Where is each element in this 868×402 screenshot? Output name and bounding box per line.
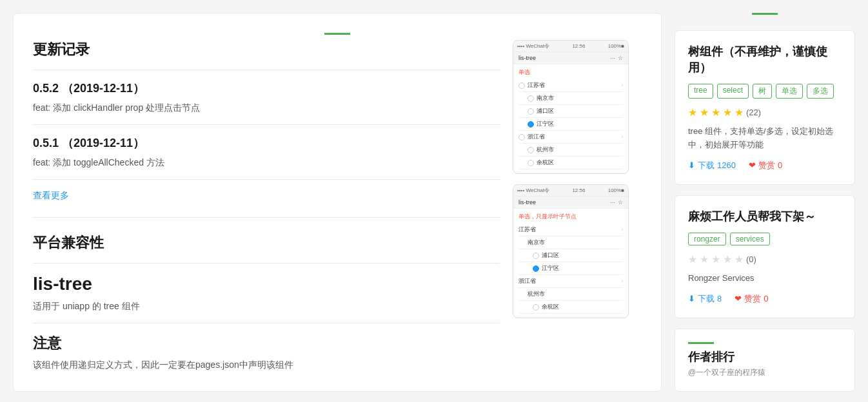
tag-multi[interactable]: 多选: [807, 84, 834, 99]
author-title: 作者排行: [688, 349, 842, 365]
phone-2-arrow-4: ›: [621, 278, 623, 284]
main-content: 更新记录 0.5.2 （2019-12-11） feat: 添加 clickHa…: [13, 13, 662, 392]
tag-rongzer[interactable]: rongzer: [688, 233, 726, 245]
phone-2-label-2: 浦口区: [542, 251, 559, 260]
divider-3: [33, 179, 500, 180]
version-0: 0.5.2 （2019-12-11） feat: 添加 clickHandler…: [33, 81, 500, 114]
phone-2-item-0: 江苏省 ›: [518, 224, 623, 236]
phone-1-content: 单选 江苏省 › 南: [513, 64, 628, 173]
phone-1-item-2: 浦口区: [518, 105, 623, 118]
phone-2-label-3: 江宁区: [542, 264, 559, 273]
phone-demo-2: •••• WeChat令 12:56 100%■ lis-tree ··· ☆ …: [513, 184, 629, 318]
tag-select[interactable]: select: [717, 84, 749, 99]
phone-2-item-5: 杭州市: [518, 288, 623, 301]
card-2-download-btn[interactable]: ⬇ 下载 8: [688, 293, 722, 305]
view-more-link[interactable]: 查看更多: [33, 190, 69, 200]
divider-1: [33, 70, 500, 70]
card-2-like-btn[interactable]: ❤ 赞赏 0: [735, 293, 768, 305]
heart-icon-2: ❤: [735, 294, 742, 303]
phone-1-nav-bar: lis-tree ··· ☆: [513, 52, 628, 64]
card-1-download-btn[interactable]: ⬇ 下载 1260: [688, 160, 736, 171]
section-title: 更新记录: [33, 40, 500, 59]
sidebar-card-1: 树组件（不再维护，谨慎使用） tree select 树 单选 多选 ★ ★ ★…: [675, 30, 855, 185]
card-1-like-label: 赞赏: [758, 160, 775, 171]
card-2-stars: ★ ★ ★ ★ ★ (0): [688, 253, 842, 265]
card-2-like-count: 0: [764, 294, 768, 303]
phone-1-item-5: 杭州市: [518, 144, 623, 157]
tag-shu[interactable]: 树: [753, 84, 772, 99]
phone-2-status-bar: •••• WeChat令 12:56 100%■: [513, 185, 628, 196]
card-1-like-btn[interactable]: ❤ 赞赏 0: [749, 160, 782, 171]
phone-2-item-4: 浙江省 ›: [518, 275, 623, 288]
platform-title: 平台兼容性: [33, 233, 500, 253]
star-1-1: ★: [688, 106, 697, 119]
card-1-tags: tree select 树 单选 多选: [688, 84, 842, 99]
phone-2-nav-icons: ··· ☆: [610, 199, 623, 206]
card-1-download-label: 下载: [698, 160, 715, 171]
card-1-like-count: 0: [778, 160, 782, 170]
star-1-5: ★: [735, 106, 744, 119]
card-1-stars: ★ ★ ★ ★ ★ (22): [688, 106, 842, 119]
phone-1-label-1: 南京市: [537, 94, 554, 102]
version-1: 0.5.1 （2019-12-11） feat: 添加 toggleAllChe…: [33, 135, 500, 169]
radio2-3: [533, 265, 539, 272]
lis-tree-desc: 适用于 uniapp 的 tree 组件: [33, 301, 500, 312]
phone-1-status-bar: •••• WeChat令 12:56 100%■: [513, 41, 628, 52]
phone-1-label-3: 江宁区: [537, 120, 554, 128]
author-section: 作者排行 @一个双子座的程序猿: [675, 329, 855, 392]
phone-1-status-left: •••• WeChat令: [517, 43, 549, 50]
card-2-title: 麻烦工作人员帮我下架～: [688, 209, 842, 225]
phone-1-section-label: 单选: [518, 68, 623, 77]
phone-2-nav-title: lis-tree: [518, 199, 536, 206]
divider-5: [33, 263, 500, 263]
phone-demo-1: •••• WeChat令 12:56 100%■ lis-tree ··· ☆ …: [513, 40, 629, 174]
phone-column: •••• WeChat令 12:56 100%■ lis-tree ··· ☆ …: [513, 40, 642, 371]
card-2-actions: ⬇ 下载 8 ❤ 赞赏 0: [688, 293, 842, 305]
phone-2-status-time: 12:56: [572, 187, 585, 193]
phone-2-label-1: 南京市: [528, 238, 545, 247]
sidebar-card-2: 麻烦工作人员帮我下架～ rongzer services ★ ★ ★ ★ ★ (…: [675, 195, 855, 318]
card-1-title: 树组件（不再维护，谨慎使用）: [688, 44, 842, 76]
tag-tree[interactable]: tree: [688, 84, 713, 99]
phone-2-item-3: 江宁区: [518, 262, 623, 275]
phone-1-nav-title: lis-tree: [518, 55, 536, 61]
version-0-desc: feat: 添加 clickHandler prop 处理点击节点: [33, 102, 500, 114]
radio-4: [518, 134, 525, 140]
phone-2-label-4: 浙江省: [518, 277, 536, 285]
phone-2-status-right: 100%■: [608, 187, 624, 193]
card-2-like-label: 赞赏: [744, 293, 761, 305]
phone-1-status-time: 12:56: [572, 43, 585, 49]
phone-1-item-0: 江苏省 ›: [518, 79, 623, 92]
notice-title: 注意: [33, 334, 500, 353]
phone-2-nav-bar: lis-tree ··· ☆: [513, 196, 628, 209]
radio2-2: [533, 253, 539, 259]
tag-services[interactable]: services: [730, 233, 770, 245]
phone-1-item-6: 余杭区: [518, 157, 623, 169]
author-green-bar: [688, 342, 714, 344]
phone-1-label-2: 浦口区: [537, 107, 554, 115]
phone-2-label-0: 江苏省: [518, 225, 536, 234]
platform-section: 平台兼容性 lis-tree 适用于 uniapp 的 tree 组件 注意 该…: [33, 233, 500, 371]
phone-2-item-2: 浦口区: [518, 249, 623, 262]
phone-2-more-icon: ···: [610, 199, 615, 206]
divider-2: [33, 124, 500, 125]
card-2-tags: rongzer services: [688, 233, 842, 245]
phone-2-label-6: 余杭区: [542, 303, 559, 311]
content-with-phone: 更新记录 0.5.2 （2019-12-11） feat: 添加 clickHa…: [33, 40, 642, 371]
author-subtitle: @一个双子座的程序猿: [688, 367, 842, 378]
card-1-desc: tree 组件，支持单选/多选，设定初始选中，初始展开等功能: [688, 125, 842, 152]
phone-2-arrow-0: ›: [621, 227, 623, 233]
radio-5: [528, 147, 534, 153]
phone-1-label-4: 浙江省: [528, 133, 545, 141]
card-2-download-count: 8: [717, 294, 722, 303]
tag-single[interactable]: 单选: [776, 84, 803, 99]
phone-1-arrow-0: ›: [621, 82, 623, 88]
phone-1-arrow-4: ›: [621, 134, 623, 140]
version-1-title: 0.5.1 （2019-12-11）: [33, 135, 500, 151]
star-2-3: ★: [711, 253, 720, 265]
phone-1-more-icon: ···: [610, 55, 615, 61]
phone-2-label-5: 杭州市: [528, 290, 545, 298]
phone-1-status-right: 100%■: [608, 43, 624, 49]
radio-0: [518, 82, 525, 89]
version-1-desc: feat: 添加 toggleAllChecked 方法: [33, 157, 500, 169]
